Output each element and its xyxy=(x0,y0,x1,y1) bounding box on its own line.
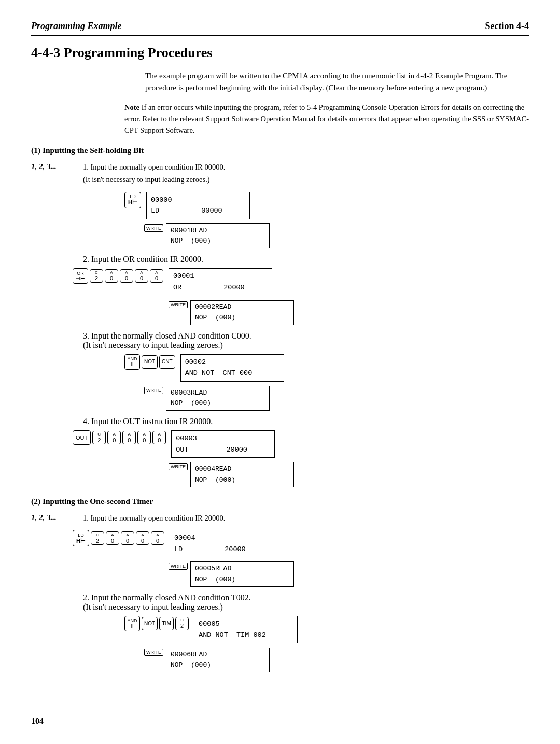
alpha-key-A0-6: A 0 xyxy=(122,431,136,444)
and-key: AND ⊣⊢ xyxy=(124,354,140,370)
display-1a-write: 00001READ NOP (000) xyxy=(166,223,270,248)
step-4-text: 4. Input the OUT instruction IR 20000. xyxy=(83,417,529,426)
alpha-key-A0-11: A 0 xyxy=(136,531,149,545)
alpha-key-C2-2: C 2 xyxy=(92,431,106,444)
write-label-4a: WRITE xyxy=(169,463,188,470)
section2-title: (2) Inputting the One-second Timer xyxy=(31,497,529,506)
write-row-2a: WRITE 00002READ NOP (000) xyxy=(169,300,529,325)
step-content-1: 1. Input the normally open condition IR … xyxy=(83,161,529,187)
alpha-key-A0-9: A 0 xyxy=(106,531,119,545)
and-key-2: AND ⊣⊢ xyxy=(124,616,140,631)
not-key-2: NOT xyxy=(142,617,158,630)
alpha-key-A0-8: A 0 xyxy=(152,431,166,444)
page-header: Programming Example Section 4-4 xyxy=(31,21,529,36)
alpha-key-C2-4: C 2 xyxy=(175,617,189,630)
display-s2-1a: 00004 LD 20000 xyxy=(170,530,273,557)
keys-group-2a: OR ⊣⊢ C 2 A 0 A 0 A 0 A 0 xyxy=(73,268,163,284)
keys-group-3a: AND ⊣⊢ NOT CNT xyxy=(124,354,175,370)
section1-title: (1) Inputting the Self-holding Bit xyxy=(31,146,529,155)
kbd-row-s2-1a: LD H⊢ C 2 A 0 A 0 A 0 A 0 xyxy=(73,530,529,557)
kbd-row-1a: LD H⊢ 00000 LD 00000 xyxy=(124,192,529,219)
header-left: Programming Example xyxy=(31,21,122,32)
write-row-s2-1a: WRITE 00005READ NOP (000) xyxy=(169,561,529,586)
display-1a: 00000 LD 00000 xyxy=(146,192,250,219)
write-label-s2-2a: WRITE xyxy=(144,649,163,656)
keys-group-s2-2a: AND ⊣⊢ NOT TIM C 2 xyxy=(124,616,189,631)
display-2a: 00001 OR 20000 xyxy=(169,268,272,296)
header-right: Section 4-4 xyxy=(485,21,529,32)
keys-group-1a: LD H⊢ xyxy=(124,192,141,208)
write-row-3a: WRITE 00003READ NOP (000) xyxy=(144,386,529,411)
step-label-2: 1, 2, 3... xyxy=(31,512,78,522)
write-row-1a: WRITE 00001READ NOP (000) xyxy=(144,223,529,248)
note-block: Note If an error occurs while inputting … xyxy=(124,102,529,136)
display-4a: 00003 OUT 20000 xyxy=(171,430,275,458)
keys-group-4a: OUT C 2 A 0 A 0 A 0 A 0 xyxy=(73,430,166,445)
write-label-3a: WRITE xyxy=(144,387,163,394)
step-3-text: 3. Input the normally closed AND conditi… xyxy=(83,331,529,350)
footer-page: 104 xyxy=(31,717,44,726)
kbd-row-4a: OUT C 2 A 0 A 0 A 0 A 0 00003 OUT xyxy=(73,430,529,458)
kbd-row-s2-2a: AND ⊣⊢ NOT TIM C 2 00005 AND NOT TIM 002 xyxy=(124,616,529,643)
page: Programming Example Section 4-4 4-4-3 Pr… xyxy=(0,0,560,744)
write-row-s2-2a: WRITE 00006READ NOP (000) xyxy=(144,648,529,672)
alpha-key-A0-12: A 0 xyxy=(151,531,164,545)
ld-key-2: LD H⊢ xyxy=(73,530,89,546)
step-2-text: 2. Input the OR condition IR 20000. xyxy=(83,255,529,264)
alpha-key-A0-3: A 0 xyxy=(135,269,148,283)
display-3a-write: 00003READ NOP (000) xyxy=(166,386,270,411)
alpha-key-A0-10: A 0 xyxy=(121,531,134,545)
alpha-key-C2: C 2 xyxy=(90,269,103,283)
alpha-key-A0-2: A 0 xyxy=(120,269,133,283)
out-key: OUT xyxy=(73,430,91,445)
display-4a-write: 00004READ NOP (000) xyxy=(190,462,294,487)
write-row-4a: WRITE 00004READ NOP (000) xyxy=(169,462,529,487)
cnt-key: CNT xyxy=(159,355,175,369)
display-s2-1a-write: 00005READ NOP (000) xyxy=(190,561,294,586)
display-s2-2a: 00005 AND NOT TIM 002 xyxy=(194,616,298,643)
ld-key: LD H⊢ xyxy=(124,192,141,208)
alpha-key-C2-3: C 2 xyxy=(91,531,104,545)
display-pair-1a: 00000 LD 00000 xyxy=(146,192,250,219)
write-label-2a: WRITE xyxy=(169,301,188,308)
intro-text: The example program will be written to t… xyxy=(145,70,529,94)
or-key: OR ⊣⊢ xyxy=(73,268,88,284)
tim-key: TIM xyxy=(159,617,174,630)
kbd-row-2a: OR ⊣⊢ C 2 A 0 A 0 A 0 A 0 xyxy=(73,268,529,296)
page-title: 4-4-3 Programming Procedures xyxy=(31,45,529,61)
kbd-row-3a: AND ⊣⊢ NOT CNT 00002 AND NOT CNT 000 xyxy=(124,354,529,382)
write-label-1a: WRITE xyxy=(144,224,163,232)
step-s2-2-text: 2. Input the normally closed AND conditi… xyxy=(83,593,529,612)
step-label: 1, 2, 3... xyxy=(31,161,78,171)
step-row-1: 1, 2, 3... 1. Input the normally open co… xyxy=(31,161,529,187)
display-3a: 00002 AND NOT CNT 000 xyxy=(180,354,284,382)
write-label-s2-1a: WRITE xyxy=(169,563,188,570)
step-row-2: 1, 2, 3... 1. Input the normally open co… xyxy=(31,512,529,525)
alpha-key-A0-4: A 0 xyxy=(150,269,163,283)
display-2a-write: 00002READ NOP (000) xyxy=(190,300,294,325)
not-key-1: NOT xyxy=(142,355,158,369)
alpha-key-A0-1: A 0 xyxy=(105,269,118,283)
display-s2-2a-write: 00006READ NOP (000) xyxy=(166,648,270,672)
alpha-key-A0-7: A 0 xyxy=(137,431,151,444)
alpha-key-A0-5: A 0 xyxy=(107,431,121,444)
step-content-2: 1. Input the normally open condition IR … xyxy=(83,512,529,525)
keys-group-s2-1a: LD H⊢ C 2 A 0 A 0 A 0 A 0 xyxy=(73,530,164,546)
